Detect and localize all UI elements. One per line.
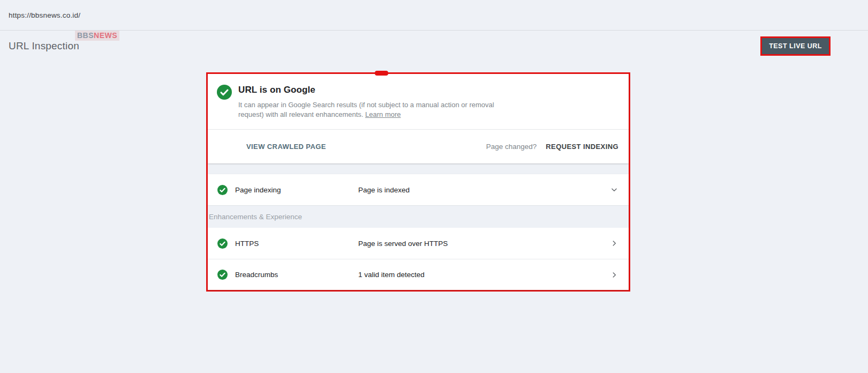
watermark-bbs-text: BBS bbox=[77, 31, 94, 40]
page-indexing-label: Page indexing bbox=[235, 186, 358, 194]
card-gap bbox=[208, 163, 629, 174]
request-indexing-group: Page changed? REQUEST INDEXING bbox=[486, 143, 618, 151]
test-live-url-annotation: TEST LIVE URL bbox=[760, 36, 831, 56]
url-status-text: URL is on Google It can appear in Google… bbox=[238, 83, 500, 120]
success-check-icon bbox=[217, 270, 228, 280]
https-label: HTTPS bbox=[235, 240, 358, 248]
url-status-title: URL is on Google bbox=[238, 85, 500, 95]
https-value: Page is served over HTTPS bbox=[358, 240, 610, 248]
checks-card: Page indexing Page is indexed Enhancemen… bbox=[208, 174, 629, 290]
success-check-icon bbox=[217, 185, 228, 195]
breadcrumbs-label: Breadcrumbs bbox=[235, 271, 358, 279]
page-indexing-row[interactable]: Page indexing Page is indexed bbox=[208, 174, 629, 205]
inspected-url[interactable]: https://bbsnews.co.id/ bbox=[9, 11, 80, 19]
learn-more-link[interactable]: Learn more bbox=[365, 110, 401, 118]
success-check-icon bbox=[217, 85, 232, 100]
success-check-icon bbox=[217, 238, 228, 249]
enhancements-section-header: Enhancements & Experience bbox=[208, 205, 629, 228]
url-status-actions: VIEW CRAWLED PAGE Page changed? REQUEST … bbox=[208, 129, 629, 163]
page-changed-label: Page changed? bbox=[486, 143, 537, 151]
breadcrumbs-row[interactable]: Breadcrumbs 1 valid item detected bbox=[208, 259, 629, 290]
bbsnews-watermark: BBSNEWS bbox=[75, 31, 119, 41]
view-crawled-page-button[interactable]: VIEW CRAWLED PAGE bbox=[246, 143, 326, 151]
breadcrumbs-value: 1 valid item detected bbox=[358, 271, 610, 279]
chevron-right-icon[interactable] bbox=[610, 240, 618, 247]
https-row[interactable]: HTTPS Page is served over HTTPS bbox=[208, 228, 629, 259]
page-title: URL Inspection bbox=[9, 40, 79, 52]
top-bar: https://bbsnews.co.id/ bbox=[0, 0, 868, 31]
chevron-down-icon[interactable] bbox=[610, 186, 618, 193]
chevron-right-icon[interactable] bbox=[610, 271, 618, 279]
test-live-url-button[interactable]: TEST LIVE URL bbox=[762, 38, 829, 54]
url-status-card: URL is on Google It can appear in Google… bbox=[208, 74, 629, 163]
watermark-news-text: NEWS bbox=[94, 31, 117, 40]
request-indexing-button[interactable]: REQUEST INDEXING bbox=[546, 143, 618, 151]
url-status-header: URL is on Google It can appear in Google… bbox=[208, 74, 629, 129]
page-indexing-value: Page is indexed bbox=[358, 186, 610, 194]
url-inspection-result-region: URL is on Google It can appear in Google… bbox=[206, 72, 630, 292]
url-status-description: It can appear in Google Search results (… bbox=[238, 100, 500, 120]
annotation-handle-dot bbox=[375, 71, 388, 76]
